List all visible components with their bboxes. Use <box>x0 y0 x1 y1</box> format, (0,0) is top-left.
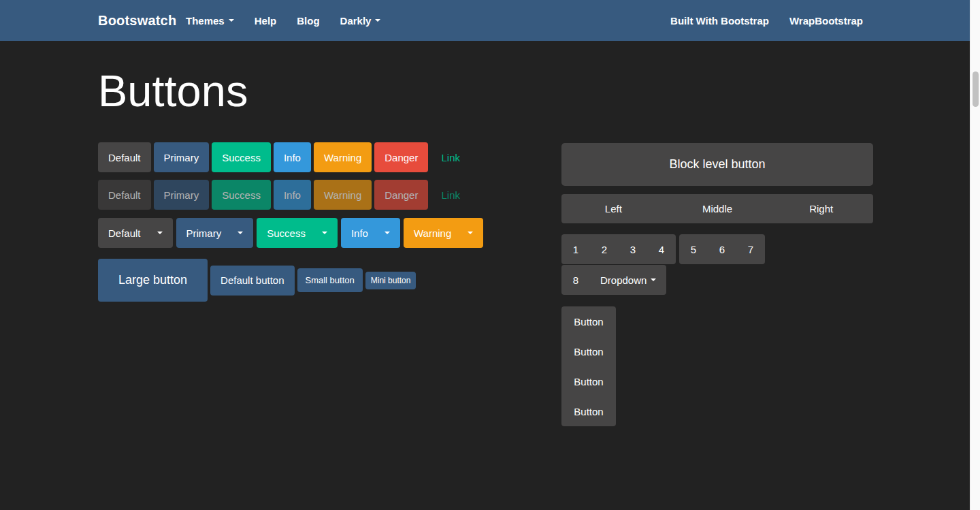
vertical-group-button[interactable]: Button <box>561 396 616 426</box>
caret-down-icon <box>385 232 390 234</box>
nav-item-label: Built With Bootstrap <box>670 15 769 27</box>
success-button-disabled[interactable]: Success <box>212 180 271 210</box>
danger-button-disabled[interactable]: Danger <box>374 180 428 210</box>
info-button-disabled[interactable]: Info <box>274 180 311 210</box>
nav-item-label: Help <box>255 15 277 27</box>
toolbar-dropdown-button[interactable]: Dropdown <box>590 265 666 295</box>
warning-button[interactable]: Warning <box>314 142 372 172</box>
toolbar-button-3[interactable]: 3 <box>619 234 647 264</box>
page-title: Buttons <box>98 68 248 114</box>
nav-item-label: Themes <box>186 15 225 27</box>
block-level-button[interactable]: Block level button <box>561 143 873 186</box>
primary-button[interactable]: Primary <box>154 142 210 172</box>
caret-down-icon <box>468 232 473 234</box>
info-button[interactable]: Info <box>274 142 311 172</box>
small-button[interactable]: Small button <box>297 268 363 292</box>
nav-item-help[interactable]: Help <box>244 0 287 41</box>
dropdown-label: Info <box>351 227 368 239</box>
button-row-variants: Default Primary Success Info Warning Dan… <box>98 142 470 172</box>
vertical-group-button[interactable]: Button <box>561 336 616 366</box>
info-dropdown-button[interactable]: Info <box>341 218 400 248</box>
scrollbar-track[interactable] <box>970 0 980 510</box>
warning-button-disabled[interactable]: Warning <box>314 180 372 210</box>
default-button-disabled[interactable]: Default <box>98 180 151 210</box>
toolbar-button-5[interactable]: 5 <box>679 234 708 264</box>
caret-down-icon <box>157 232 163 234</box>
dropdown-label: Dropdown <box>600 274 647 286</box>
justified-right-button[interactable]: Right <box>769 194 873 223</box>
navbar-right-nav: Built With Bootstrap WrapBootstrap <box>660 0 873 41</box>
toolbar-button-2[interactable]: 2 <box>590 234 619 264</box>
success-button[interactable]: Success <box>212 142 271 172</box>
toolbar-group-3: 8 Dropdown <box>561 265 666 295</box>
link-button[interactable]: Link <box>431 142 470 172</box>
dropdown-label: Warning <box>414 227 451 239</box>
default-button[interactable]: Default <box>98 142 151 172</box>
primary-dropdown-button[interactable]: Primary <box>176 218 254 248</box>
warning-dropdown-button[interactable]: Warning <box>404 218 483 248</box>
dropdown-label: Default <box>108 227 141 239</box>
vertical-group-button[interactable]: Button <box>561 366 616 396</box>
default-size-button[interactable]: Default button <box>210 266 294 296</box>
success-dropdown-button[interactable]: Success <box>257 218 338 248</box>
toolbar-group-2: 5 6 7 <box>679 234 765 264</box>
navbar-brand[interactable]: Bootswatch <box>98 13 176 29</box>
dropdown-label: Primary <box>186 227 222 239</box>
caret-down-icon <box>322 232 327 234</box>
button-row-dropdowns: Default Primary Success Info Warning <box>98 218 483 248</box>
toolbar-button-8[interactable]: 8 <box>561 265 590 295</box>
navbar: Bootswatch Themes Help Blog Darkly Built… <box>0 0 970 41</box>
nav-item-label: WrapBootstrap <box>789 15 863 27</box>
nav-item-blog[interactable]: Blog <box>287 0 329 41</box>
nav-item-wrapbootstrap[interactable]: WrapBootstrap <box>779 0 873 41</box>
page: Bootswatch Themes Help Blog Darkly Built… <box>0 0 980 510</box>
scrollbar-thumb[interactable] <box>973 71 979 107</box>
dropdown-label: Success <box>267 227 306 239</box>
toolbar-button-1[interactable]: 1 <box>561 234 590 264</box>
link-button-disabled[interactable]: Link <box>431 180 470 210</box>
button-row-disabled-variants: Default Primary Success Info Warning Dan… <box>98 180 470 210</box>
default-dropdown-button[interactable]: Default <box>98 218 173 248</box>
justified-middle-button[interactable]: Middle <box>666 194 770 223</box>
navbar-left-nav: Themes Help Blog Darkly <box>176 0 391 41</box>
caret-down-icon <box>375 19 380 22</box>
caret-down-icon <box>238 232 243 234</box>
justified-left-button[interactable]: Left <box>561 194 666 223</box>
toolbar-button-6[interactable]: 6 <box>708 234 736 264</box>
vertical-group-button[interactable]: Button <box>561 306 616 336</box>
justified-button-group: Left Middle Right <box>561 194 873 223</box>
nav-item-built-with-bootstrap[interactable]: Built With Bootstrap <box>660 0 779 41</box>
nav-item-label: Darkly <box>340 15 372 27</box>
toolbar-button-4[interactable]: 4 <box>647 234 676 264</box>
button-row-sizes: Large button Default button Small button… <box>98 259 416 302</box>
caret-down-icon <box>229 19 234 22</box>
danger-button[interactable]: Danger <box>374 142 428 172</box>
caret-down-icon <box>651 278 656 281</box>
vertical-button-group: Button Button Button Button <box>561 306 616 426</box>
nav-item-label: Blog <box>297 15 319 27</box>
mini-button[interactable]: Mini button <box>365 272 416 289</box>
large-button[interactable]: Large button <box>98 259 208 302</box>
toolbar-button-7[interactable]: 7 <box>736 234 765 264</box>
nav-item-themes[interactable]: Themes <box>176 0 244 41</box>
primary-button-disabled[interactable]: Primary <box>154 180 210 210</box>
nav-item-darkly[interactable]: Darkly <box>330 0 391 41</box>
toolbar-group-1: 1 2 3 4 <box>561 234 676 264</box>
